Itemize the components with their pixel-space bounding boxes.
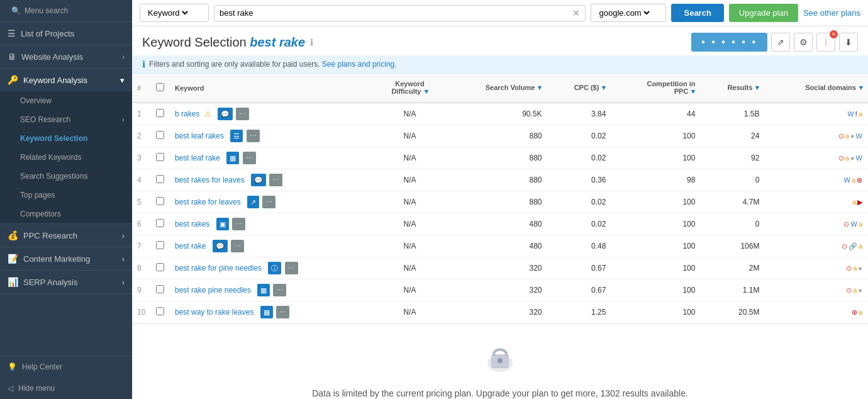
social-icon-w: W xyxy=(856,154,862,162)
clear-input-icon[interactable]: ✕ xyxy=(572,8,580,18)
info-text: Filters and sorting are only available f… xyxy=(149,60,320,69)
keyword-btn-2[interactable]: ⋯ xyxy=(276,306,289,318)
keyword-btn-2[interactable]: ⋯ xyxy=(231,240,244,252)
keyword-btn-1[interactable]: ⓘ xyxy=(268,262,281,274)
keyword-btn-2[interactable]: ⋯ xyxy=(232,218,245,230)
other-plans-button[interactable]: See other plans xyxy=(803,8,860,18)
keyword-btn-1[interactable]: 💬 xyxy=(251,174,266,186)
row-checkbox[interactable] xyxy=(156,109,164,117)
keyword-btn-1[interactable]: 💬 xyxy=(213,240,228,252)
engine-select[interactable]: google.com bing.com xyxy=(591,4,666,22)
row-keyword-cell: best way to rake leaves ▦ ⋯ xyxy=(170,301,374,323)
table-row: 10 best way to rake leaves ▦ ⋯ N/A 320 1… xyxy=(132,301,868,323)
keyword-btn-2[interactable]: ⋯ xyxy=(273,284,286,296)
col-social[interactable]: Social domains ▾ xyxy=(764,74,868,103)
keyword-link[interactable]: best rake for leaves xyxy=(175,198,241,206)
keyword-btn-1[interactable]: ▦ xyxy=(226,152,239,164)
keyword-table-container[interactable]: # Keyword KeywordDifficulty ▾ Search Vol… xyxy=(132,74,868,399)
keyword-link[interactable]: best leaf rake xyxy=(175,154,220,162)
sidebar-item-website-analysis[interactable]: 🖥 Website Analysis › xyxy=(0,45,132,69)
col-results[interactable]: Results ▾ xyxy=(700,74,764,103)
sidebar-content-section: 📝 Content Marketing › xyxy=(0,247,132,271)
select-all-checkbox[interactable] xyxy=(156,83,164,91)
upgrade-button[interactable]: Upgrade plan xyxy=(729,4,798,22)
sidebar-item-help-center[interactable]: 💡 Help Center xyxy=(0,356,132,378)
col-difficulty[interactable]: KeywordDifficulty ▾ xyxy=(374,74,445,103)
keyword-btn-2[interactable]: ⋯ xyxy=(269,174,282,186)
row-checkbox[interactable] xyxy=(156,175,164,183)
keyword-selection-label: Keyword Selection xyxy=(20,134,87,143)
keyword-btn-2[interactable]: ⋯ xyxy=(285,262,298,274)
sidebar-item-projects[interactable]: ☰ List of Projects xyxy=(0,22,132,45)
info-tooltip-icon[interactable]: ℹ xyxy=(310,37,313,47)
row-social: Wfa xyxy=(764,103,868,125)
social-icon-g: ⊙ xyxy=(838,154,844,162)
keyword-link[interactable]: best leaf rakes xyxy=(175,132,224,140)
row-checkbox[interactable] xyxy=(156,307,164,315)
export-button[interactable]: ⬇ xyxy=(839,33,858,52)
keyword-btn-1[interactable]: ☰ xyxy=(230,130,243,142)
sidebar-item-serp-analysis[interactable]: 📊 SERP Analysis › xyxy=(0,271,132,293)
sidebar-item-top-pages[interactable]: Top pages xyxy=(0,186,132,205)
dots-button[interactable]: • • • • • • xyxy=(691,33,767,52)
col-competition[interactable]: Competition inPPC ▾ xyxy=(611,74,700,103)
keyword-link[interactable]: best way to rake leaves xyxy=(175,308,253,317)
row-checkbox[interactable] xyxy=(156,263,164,271)
row-checkbox[interactable] xyxy=(156,153,164,161)
row-social: Wa⊛ xyxy=(764,169,868,191)
search-input[interactable] xyxy=(220,8,570,18)
row-checkbox[interactable] xyxy=(156,131,164,139)
keyword-btn-1[interactable]: ▦ xyxy=(260,306,273,318)
sidebar-item-keyword-analysis[interactable]: 🔑 Keyword Analysis ▾ xyxy=(0,69,132,91)
sidebar-item-content-marketing[interactable]: 📝 Content Marketing › xyxy=(0,247,132,270)
info-link[interactable]: See plans and pricing. xyxy=(322,60,397,69)
sidebar-item-search-suggestions[interactable]: Search Suggestions xyxy=(0,167,132,186)
keyword-btn-1[interactable]: ▣ xyxy=(216,218,229,230)
share-icon-button[interactable]: ⇗ xyxy=(771,33,790,52)
keyword-btn-2[interactable]: ⋯ xyxy=(247,130,260,142)
row-checkbox-cell xyxy=(151,213,170,235)
col-cpc[interactable]: CPC ($) ▾ xyxy=(547,74,611,103)
sidebar-item-seo-research[interactable]: SEO Research › xyxy=(0,110,132,129)
row-checkbox[interactable] xyxy=(156,197,164,205)
keyword-btn-2[interactable]: ⋯ xyxy=(236,108,249,120)
keyword-type-select[interactable]: Keyword URL Domain xyxy=(140,4,209,22)
row-checkbox-cell xyxy=(151,235,170,257)
sidebar-item-competitors[interactable]: Competitors xyxy=(0,205,132,223)
row-checkbox[interactable] xyxy=(156,241,164,249)
social-icon-w: W xyxy=(856,132,862,140)
keyword-link[interactable]: best rake xyxy=(175,242,206,250)
row-checkbox[interactable] xyxy=(156,285,164,293)
keyword-btn-1[interactable]: ↗ xyxy=(247,196,259,208)
keyword-btn-1[interactable]: 💬 xyxy=(218,108,233,120)
settings-icon-button[interactable]: ⚙ xyxy=(794,33,813,52)
social-icon-a: a xyxy=(853,264,857,272)
row-cpc: 0.67 xyxy=(547,279,611,301)
keyword-link[interactable]: best rakes xyxy=(175,220,209,228)
sidebar-item-hide-menu[interactable]: ◁ Hide menu xyxy=(0,378,132,399)
keyword-type-dropdown[interactable]: Keyword URL Domain xyxy=(145,8,190,18)
sidebar-item-ppc-research[interactable]: 💰 PPC Research › xyxy=(0,224,132,247)
table-row: 6 best rakes ▣ ⋯ N/A 480 0.02 100 0 ⊙Wa xyxy=(132,213,868,235)
sidebar-keyword-label: Keyword Analysis xyxy=(23,76,87,85)
sidebar-serp-section: 📊 SERP Analysis › xyxy=(0,271,132,294)
row-volume: 480 xyxy=(445,213,547,235)
keyword-link[interactable]: best rakes for leaves xyxy=(175,176,245,184)
search-button[interactable]: Search xyxy=(671,4,723,22)
col-volume[interactable]: Search Volume ▾ xyxy=(445,74,547,103)
keyword-btn-1[interactable]: ▦ xyxy=(257,284,270,296)
keyword-link[interactable]: best rake for pine needles xyxy=(175,264,262,273)
keyword-link[interactable]: best rake pine needles xyxy=(175,286,251,295)
keyword-btn-2[interactable]: ⋯ xyxy=(243,152,256,164)
content-chevron-icon: › xyxy=(122,254,125,264)
sidebar-item-overview[interactable]: Overview xyxy=(0,91,132,110)
page-header: Keyword Selection best rake ℹ • • • • • … xyxy=(132,26,868,55)
sidebar-item-related-keywords[interactable]: Related Keywords xyxy=(0,148,132,167)
keyword-link[interactable]: b rakes xyxy=(175,110,199,118)
sidebar-item-keyword-selection[interactable]: Keyword Selection xyxy=(0,129,132,148)
keyword-btn-2[interactable]: ⋯ xyxy=(262,196,275,208)
engine-dropdown[interactable]: google.com bing.com xyxy=(596,8,652,18)
sidebar-search[interactable]: 🔍 Menu search xyxy=(0,0,132,22)
row-keyword-cell: best leaf rakes ☰ ⋯ xyxy=(170,125,374,147)
row-checkbox[interactable] xyxy=(156,219,164,227)
